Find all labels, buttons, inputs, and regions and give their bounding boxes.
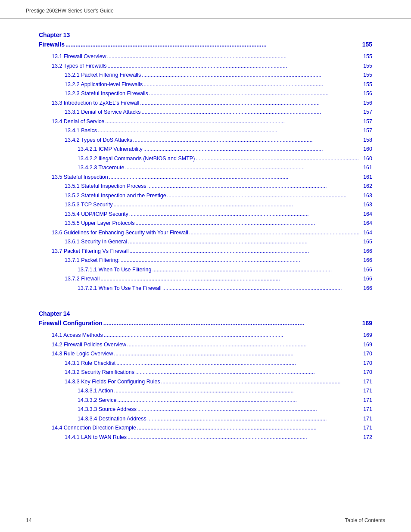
toc-entry: 13.3 Introduction to ZyXEL's Firewall ..… [39,99,372,108]
toc-entry-dots: ........................................… [104,117,359,127]
toc-entry-label: 13.2.1 Packet Filtering Firewalls [65,71,141,80]
toc-entry-page: 171 [359,414,372,424]
toc-entry-page: 156 [359,99,372,108]
toc-entry: 13.7.2 Firewall ........................… [39,274,372,284]
toc-entry-dots: ........................................… [127,433,359,442]
toc-entry-page: 155 [359,52,372,62]
toc-entry-page: 169 [359,331,372,340]
toc-entry: 13.2.3 Stateful Inspection Firewalls ...… [39,89,372,99]
toc-entry-dots: ........................................… [132,136,359,145]
toc-entry-label: 14.4.1 LAN to WAN Rules [65,433,127,442]
toc-entry-dots: ........................................… [143,145,359,154]
toc-entry-label: 13.3.1 Denial of Service Attacks [65,108,140,117]
toc-entry-dots: ........................................… [113,386,359,396]
toc-entry-dots: ........................................… [129,247,359,256]
toc-entry-label: 14.3.3 Key Fields For Configuring Rules [65,377,160,387]
toc-entry-label: 14.3.1 Rule Checklist [65,359,115,368]
toc-entry: 13.5.5 Upper Layer Protocols ...........… [39,219,372,228]
toc-entry-dots: ........................................… [195,154,359,164]
toc-entry: 13.7.1 Packet Filtering: ...............… [39,256,372,265]
toc-entry-page: 157 [359,126,372,136]
toc-entry-dots: ........................................… [140,108,359,117]
toc-entry-label: 13.5.3 TCP Security [65,200,112,210]
toc-entry-page: 171 [359,386,372,396]
toc-entry-dots: ........................................… [108,173,359,182]
page-header: Prestige 2602HW Series User's Guide [0,0,411,19]
toc-entry: 14.3.1 Rule Checklist ..................… [39,359,372,368]
toc-entry-label: 13.5.4 UDP/ICMP Security [65,210,128,219]
toc-entry-dots: ........................................… [137,405,359,414]
toc-entry: 14.3.3.3 Source Address ................… [39,405,372,414]
toc-entry-dots: ........................................… [120,256,359,265]
chapter-heading-ch14: Chapter 14 [39,310,372,317]
chapter-title-row: Firewalls ..............................… [39,39,372,50]
chapter-title-label: Firewalls [39,39,65,50]
toc-entry-label: 13.4.2.3 Traceroute [78,163,124,173]
toc-entry: 14.3 Rule Logic Overview ...............… [39,349,372,359]
toc-entry-dots: ........................................… [107,62,359,71]
toc-entry-label: 14.3.3.1 Action [78,386,113,396]
toc-entry: 14.1 Access Methods ....................… [39,331,372,340]
toc-entry-page: 170 [359,349,372,359]
toc-entry: 13.4 Denial of Service .................… [39,117,372,127]
chapter-title-dots: ........................................… [65,39,359,50]
toc-entry-dots: ........................................… [134,368,359,377]
toc-entry-page: 158 [359,136,372,145]
toc-entry-dots: ........................................… [106,52,359,62]
toc-entry-page: 156 [359,89,372,99]
toc-entry-page: 171 [359,405,372,414]
toc-entry-label: 13.4.2 Types of DoS Attacks [65,136,132,145]
page-content: Chapter 13Firewalls ....................… [0,19,411,469]
toc-entry-page: 163 [359,200,372,210]
toc-entry: 13.5.2 Stateful Inspection and the Prest… [39,191,372,201]
toc-entry-label: 13.5.5 Upper Layer Protocols [65,219,135,228]
toc-entry-label: 14.4 Connection Direction Example [52,423,136,433]
toc-entry-label: 13.5 Stateful Inspection [52,173,108,182]
toc-entry: 14.3.3 Key Fields For Configuring Rules … [39,377,372,387]
toc-entry: 14.3.2 Security Ramifications ..........… [39,368,372,377]
toc-entry-page: 165 [359,237,372,247]
toc-entry-page: 166 [359,256,372,265]
toc-entry-page: 170 [359,359,372,368]
toc-entry-label: 13.2.3 Stateful Inspection Firewalls [65,89,148,99]
toc-entry: 13.2 Types of Firewalls ................… [39,62,372,71]
toc-entry-dots: ........................................… [143,80,359,90]
toc-entry-dots: ........................................… [115,359,359,368]
toc-entry-page: 157 [359,108,372,117]
toc-entry: 14.3.3.2 Service .......................… [39,396,372,405]
toc-entry-label: 13.4.2.2 Illegal Commands (NetBIOS and S… [78,154,195,164]
toc-entry-dots: ........................................… [146,182,359,191]
toc-entry-label: 13.7.2.1 When To Use The Firewall [78,284,162,293]
chapter-title-label: Firewall Configuration [39,318,103,328]
toc-entry-page: 171 [359,377,372,387]
toc-entry-label: 14.3 Rule Logic Overview [52,349,113,359]
toc-entry-label: 14.3.3.2 Service [78,396,116,405]
toc-entry: 13.2.1 Packet Filtering Firewalls ......… [39,71,372,80]
toc-entry-page: 166 [359,284,372,293]
toc-entry-dots: ........................................… [113,349,359,359]
toc-entry-label: 13.4.2.1 ICMP Vulnerability [78,145,143,154]
toc-entry-dots: ........................................… [139,99,359,108]
toc-entry: 13.4.2.2 Illegal Commands (NetBIOS and S… [39,154,372,164]
toc-entry: 13.3.1 Denial of Service Attacks .......… [39,108,372,117]
toc-entry: 13.5.4 UDP/ICMP Security ...............… [39,210,372,219]
toc-entry-label: 14.3.3.4 Destination Address [78,414,146,424]
toc-entry-label: 13.7.1.1 When To Use Filtering [78,265,151,275]
toc-entry-page: 161 [359,173,372,182]
toc-entry: 13.2.2 Application-level Firewalls .....… [39,80,372,90]
toc-entry: 14.4 Connection Direction Example ......… [39,423,372,433]
footer-page-number: 14 [26,517,31,523]
toc-entry-label: 13.7 Packet Filtering Vs Firewall [52,247,129,256]
toc-entry-dots: ........................................… [160,377,359,387]
toc-entry-dots: ........................................… [148,89,359,99]
header-title: Prestige 2602HW Series User's Guide [26,8,114,14]
toc-entry-label: 13.1 Firewall Overview [52,52,106,62]
toc-entry-page: 162 [359,182,372,191]
toc-entry: 13.7.1.1 When To Use Filtering .........… [39,265,372,275]
toc-entry-label: 14.3.2 Security Ramifications [65,368,134,377]
toc-entry-dots: ........................................… [97,126,359,136]
toc-entry-dots: ........................................… [100,274,359,284]
chapter-title-pagenum: 155 [359,39,372,50]
toc-entry-dots: ........................................… [151,265,359,275]
toc-entry: 13.5 Stateful Inspection ...............… [39,173,372,182]
